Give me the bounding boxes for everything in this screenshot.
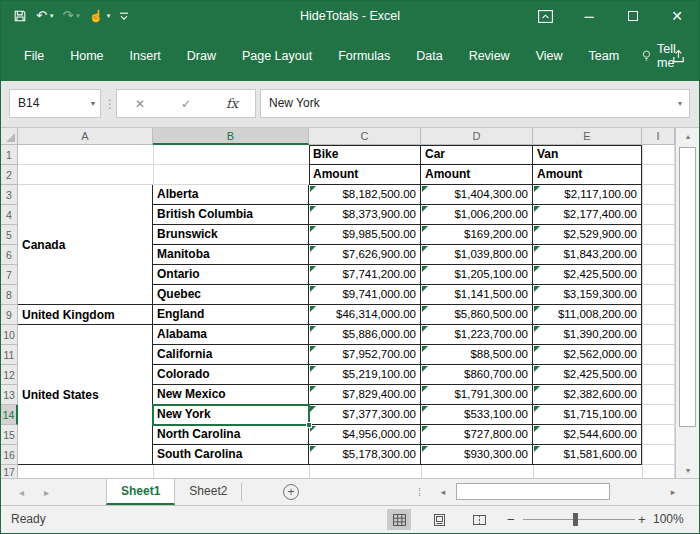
cell-D3[interactable]: $1,404,300.00 xyxy=(421,185,533,205)
row-header-8[interactable]: 8 xyxy=(1,285,18,305)
cell-C3[interactable]: $8,182,500.00 xyxy=(309,185,421,205)
row-header-1[interactable]: 1 xyxy=(1,145,18,165)
cell-D2[interactable]: Amount xyxy=(421,165,533,185)
cell-D6[interactable]: $1,039,800.00 xyxy=(421,245,533,265)
cell-C16[interactable]: $5,178,300.00 xyxy=(309,445,421,465)
cell-A3-group[interactable]: Canada xyxy=(18,185,153,305)
sheet-tab-sheet2[interactable]: Sheet2 xyxy=(175,479,241,505)
cell-E5[interactable]: $2,529,900.00 xyxy=(533,225,642,245)
cell-E7[interactable]: $2,425,500.00 xyxy=(533,265,642,285)
cell-D11[interactable]: $88,500.00 xyxy=(421,345,533,365)
row-header-10[interactable]: 10 xyxy=(1,325,18,345)
cell-C4[interactable]: $8,373,900.00 xyxy=(309,205,421,225)
cell-E2[interactable]: Amount xyxy=(533,165,642,185)
cell-E11[interactable]: $2,562,000.00 xyxy=(533,345,642,365)
formula-bar-drag-handle[interactable]: ⋮ xyxy=(104,89,116,118)
row-header-7[interactable]: 7 xyxy=(1,265,18,285)
cell-C12[interactable]: $5,219,100.00 xyxy=(309,365,421,385)
row-header-9[interactable]: 9 xyxy=(1,305,18,325)
ribbon-tab-review[interactable]: Review xyxy=(456,42,523,70)
cell-D4[interactable]: $1,006,200.00 xyxy=(421,205,533,225)
cell-C11[interactable]: $7,952,700.00 xyxy=(309,345,421,365)
cell-B12[interactable]: Colorado xyxy=(153,365,309,385)
scroll-down-icon[interactable]: ▾ xyxy=(676,462,699,478)
cell-D12[interactable]: $860,700.00 xyxy=(421,365,533,385)
cell-D15[interactable]: $727,800.00 xyxy=(421,425,533,445)
cell-D10[interactable]: $1,223,700.00 xyxy=(421,325,533,345)
page-break-preview-icon[interactable] xyxy=(467,509,491,530)
new-sheet-icon[interactable]: + xyxy=(283,484,299,500)
ribbon-tab-home[interactable]: Home xyxy=(57,42,116,70)
cell-E15[interactable]: $2,544,600.00 xyxy=(533,425,642,445)
cell-B6[interactable]: Manitoba xyxy=(153,245,309,265)
column-header-B[interactable]: B xyxy=(153,128,309,145)
ribbon-tab-view[interactable]: View xyxy=(523,42,576,70)
row-header-6[interactable]: 6 xyxy=(1,245,18,265)
ribbon-tab-data[interactable]: Data xyxy=(403,42,455,70)
cell-C2[interactable]: Amount xyxy=(309,165,421,185)
page-layout-view-icon[interactable] xyxy=(427,509,451,530)
zoom-out-button[interactable]: − xyxy=(507,506,515,533)
cell-C10[interactable]: $5,886,000.00 xyxy=(309,325,421,345)
cell-E3[interactable]: $2,117,100.00 xyxy=(533,185,642,205)
previous-sheet-icon[interactable]: ◂ xyxy=(19,487,24,498)
zoom-level[interactable]: 100% xyxy=(653,506,684,533)
cell-E9[interactable]: $11,008,200.00 xyxy=(533,305,642,325)
name-box[interactable]: B14 ▾ xyxy=(9,89,101,118)
column-header-E[interactable]: E xyxy=(533,128,642,145)
ribbon-tab-page-layout[interactable]: Page Layout xyxy=(229,42,325,70)
minimize-button[interactable]: ─ xyxy=(567,1,611,31)
row-header-15[interactable]: 15 xyxy=(1,425,18,445)
cell-B10[interactable]: Alabama xyxy=(153,325,309,345)
zoom-slider-track[interactable] xyxy=(523,519,635,520)
cell-D7[interactable]: $1,205,100.00 xyxy=(421,265,533,285)
column-header-D[interactable]: D xyxy=(421,128,533,145)
ribbon-tab-draw[interactable]: Draw xyxy=(174,42,229,70)
cell-B3[interactable]: Alberta xyxy=(153,185,309,205)
zoom-in-button[interactable]: + xyxy=(638,506,646,533)
cell-C8[interactable]: $9,741,000.00 xyxy=(309,285,421,305)
cell-E10[interactable]: $1,390,200.00 xyxy=(533,325,642,345)
cell-B16[interactable]: South Carolina xyxy=(153,445,309,465)
cell-B5[interactable]: Brunswick xyxy=(153,225,309,245)
scroll-up-icon[interactable]: ▴ xyxy=(676,128,699,145)
row-header-13[interactable]: 13 xyxy=(1,385,18,405)
cell-B15[interactable]: North Carolina xyxy=(153,425,309,445)
scroll-right-icon[interactable]: ▸ xyxy=(664,479,682,505)
cell-C9[interactable]: $46,314,000.00 xyxy=(309,305,421,325)
column-header-I[interactable]: I xyxy=(642,128,675,145)
row-header-11[interactable]: 11 xyxy=(1,345,18,365)
vertical-scrollbar[interactable]: ▴▾ xyxy=(675,128,699,478)
insert-function-icon[interactable]: fx xyxy=(209,90,255,117)
cell-C15[interactable]: $4,956,000.00 xyxy=(309,425,421,445)
cell-B11[interactable]: California xyxy=(153,345,309,365)
cell-C13[interactable]: $7,829,400.00 xyxy=(309,385,421,405)
column-header-A[interactable]: A xyxy=(18,128,153,145)
cell-B13[interactable]: New Mexico xyxy=(153,385,309,405)
zoom-slider-thumb[interactable] xyxy=(573,513,578,526)
enter-icon[interactable]: ✓ xyxy=(163,90,209,117)
cell-E16[interactable]: $1,581,600.00 xyxy=(533,445,642,465)
row-header-4[interactable]: 4 xyxy=(1,205,18,225)
share-icon[interactable] xyxy=(671,49,686,67)
formula-bar-input[interactable]: New York ▾ xyxy=(260,89,690,118)
scrollbar-drag-handle[interactable]: ⁞ xyxy=(418,479,421,505)
cell-E1[interactable]: Van xyxy=(533,145,642,165)
cell-C1[interactable]: Bike xyxy=(309,145,421,165)
cell-D5[interactable]: $169,200.00 xyxy=(421,225,533,245)
cell-B7[interactable]: Ontario xyxy=(153,265,309,285)
cell-E8[interactable]: $3,159,300.00 xyxy=(533,285,642,305)
cell-C6[interactable]: $7,626,900.00 xyxy=(309,245,421,265)
column-header-C[interactable]: C xyxy=(309,128,421,145)
vertical-scroll-thumb[interactable] xyxy=(679,147,696,427)
select-all-corner[interactable] xyxy=(1,128,18,145)
row-header-17[interactable]: 17 xyxy=(1,465,18,478)
cell-E4[interactable]: $2,177,400.00 xyxy=(533,205,642,225)
name-box-dropdown-icon[interactable]: ▾ xyxy=(91,90,95,117)
next-sheet-icon[interactable]: ▸ xyxy=(44,487,49,498)
row-header-16[interactable]: 16 xyxy=(1,445,18,465)
row-header-5[interactable]: 5 xyxy=(1,225,18,245)
cell-E14[interactable]: $1,715,100.00 xyxy=(533,405,642,425)
scroll-left-icon[interactable]: ◂ xyxy=(434,479,452,505)
horizontal-scroll-thumb[interactable] xyxy=(456,483,610,500)
